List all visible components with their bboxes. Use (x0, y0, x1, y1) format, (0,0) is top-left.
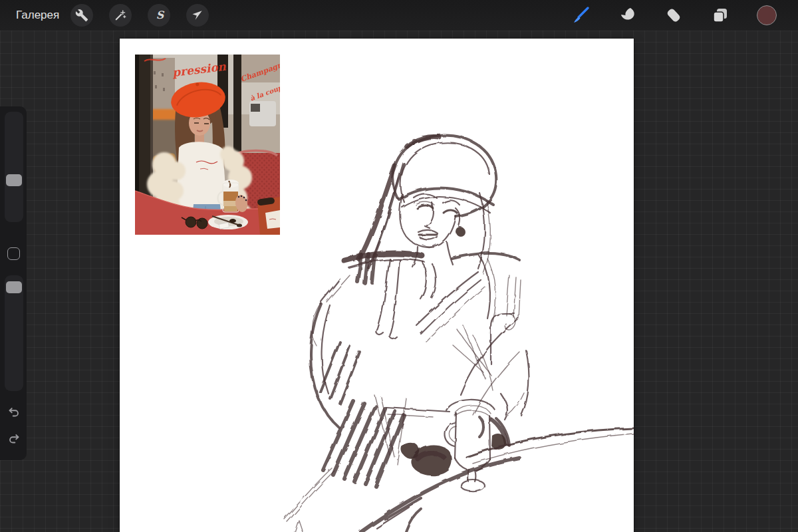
smudge-icon (617, 5, 637, 25)
undo-arrow-icon (7, 405, 21, 420)
sketch-glass-and-table (361, 393, 633, 532)
brush-size-handle[interactable] (6, 174, 22, 186)
modify-button[interactable] (7, 247, 20, 260)
gallery-button[interactable]: Галерея (16, 0, 59, 31)
undo-button[interactable] (5, 403, 23, 422)
selection-button[interactable]: S (148, 4, 170, 27)
sketch-left-coat (285, 275, 404, 532)
magic-wand-icon (114, 9, 127, 22)
color-swatch (757, 5, 777, 25)
smudge-tool-button[interactable] (604, 0, 650, 31)
paint-tool-button[interactable] (557, 0, 604, 31)
adjustments-button[interactable] (109, 4, 132, 27)
transform-arrow-icon (191, 9, 204, 22)
brush-sidebar (0, 106, 27, 460)
layers-icon (710, 5, 730, 25)
transform-button[interactable] (186, 4, 209, 27)
erase-tool-button[interactable] (650, 0, 697, 31)
drawing-canvas[interactable]: pression Champagne à la coupe (120, 39, 634, 532)
right-tool-group (557, 0, 790, 31)
procreate-workspace: Галерея S (0, 0, 798, 532)
eraser-icon (664, 5, 684, 25)
redo-button[interactable] (5, 430, 23, 448)
wrench-icon (75, 9, 88, 22)
svg-text:S: S (156, 9, 165, 21)
top-toolbar: Галерея S (0, 0, 798, 31)
brush-opacity-slider[interactable] (5, 275, 23, 391)
sketch-right-arm (416, 255, 529, 416)
brush-size-slider[interactable] (5, 112, 23, 222)
charcoal-sketch (120, 39, 634, 532)
color-button[interactable] (743, 0, 790, 31)
layers-button[interactable] (697, 0, 743, 31)
selection-s-icon: S (152, 9, 166, 22)
actions-button[interactable] (70, 4, 93, 27)
left-tool-group: S (70, 4, 209, 27)
brush-opacity-handle[interactable] (6, 281, 22, 293)
redo-arrow-icon (7, 432, 21, 446)
brush-icon (570, 5, 591, 26)
